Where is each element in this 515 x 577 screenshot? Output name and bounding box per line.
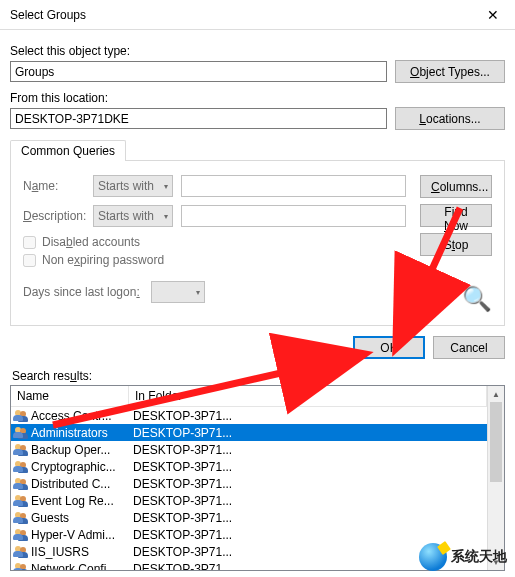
tab-common-queries[interactable]: Common Queries xyxy=(10,140,126,161)
row-folder: DESKTOP-3P71... xyxy=(131,426,487,440)
object-type-label: Select this object type: xyxy=(10,44,505,58)
close-button[interactable]: ✕ xyxy=(470,0,515,30)
non-expiring-box[interactable] xyxy=(23,254,36,267)
row-folder: DESKTOP-3P71... xyxy=(131,562,487,571)
table-row[interactable]: AdministratorsDESKTOP-3P71... xyxy=(11,424,487,441)
scroll-down-icon[interactable]: ▼ xyxy=(488,554,504,570)
results-listview[interactable]: Name In Folder Access Contr...DESKTOP-3P… xyxy=(10,385,505,571)
location-label: From this location: xyxy=(10,91,505,105)
group-icon xyxy=(13,545,29,559)
object-type-field[interactable] xyxy=(10,61,387,82)
stop-button[interactable]: Stop xyxy=(420,233,492,256)
locations-button[interactable]: Locations... xyxy=(395,107,505,130)
row-folder: DESKTOP-3P71... xyxy=(131,545,487,559)
scroll-up-icon[interactable]: ▲ xyxy=(488,386,504,402)
row-folder: DESKTOP-3P71... xyxy=(131,511,487,525)
row-folder: DESKTOP-3P71... xyxy=(131,460,487,474)
results-header[interactable]: Name In Folder xyxy=(11,386,487,407)
find-now-button[interactable]: Find Now xyxy=(420,204,492,227)
row-folder: DESKTOP-3P71... xyxy=(131,477,487,491)
results-scrollbar[interactable]: ▲ ▼ xyxy=(487,386,504,570)
scroll-thumb[interactable] xyxy=(490,402,502,482)
row-folder: DESKTOP-3P71... xyxy=(131,409,487,423)
chevron-down-icon: ▾ xyxy=(196,288,200,297)
disabled-accounts-box[interactable] xyxy=(23,236,36,249)
table-row[interactable]: Hyper-V Admi...DESKTOP-3P71... xyxy=(11,526,487,543)
columns-button[interactable]: Columns... xyxy=(420,175,492,198)
row-folder: DESKTOP-3P71... xyxy=(131,494,487,508)
titlebar: Select Groups ✕ xyxy=(0,0,515,30)
chevron-down-icon: ▾ xyxy=(164,212,168,221)
row-name: Event Log Re... xyxy=(31,494,131,508)
table-row[interactable]: Cryptographic...DESKTOP-3P71... xyxy=(11,458,487,475)
group-icon xyxy=(13,443,29,457)
search-icon: 🔍 xyxy=(462,287,492,311)
table-row[interactable]: Event Log Re...DESKTOP-3P71... xyxy=(11,492,487,509)
group-icon xyxy=(13,426,29,440)
chevron-down-icon: ▾ xyxy=(164,182,168,191)
row-name: Distributed C... xyxy=(31,477,131,491)
group-icon xyxy=(13,494,29,508)
dialog-content: Select this object type: OObject Types..… xyxy=(0,30,515,571)
group-icon xyxy=(13,511,29,525)
ok-button[interactable]: OK xyxy=(353,336,425,359)
group-icon xyxy=(13,460,29,474)
row-folder: DESKTOP-3P71... xyxy=(131,443,487,457)
row-name: Access Contr... xyxy=(31,409,131,423)
row-name: Guests xyxy=(31,511,131,525)
row-name: Hyper-V Admi... xyxy=(31,528,131,542)
name-label: Name: xyxy=(23,179,85,193)
object-types-button[interactable]: OObject Types...bject Types... xyxy=(395,60,505,83)
cancel-button[interactable]: Cancel xyxy=(433,336,505,359)
description-match-combo[interactable]: Starts with▾ xyxy=(93,205,173,227)
table-row[interactable]: IIS_IUSRSDESKTOP-3P71... xyxy=(11,543,487,560)
description-label: Description: xyxy=(23,209,85,223)
non-expiring-checkbox[interactable]: Non expiring password xyxy=(23,253,406,267)
name-input[interactable] xyxy=(181,175,406,197)
table-row[interactable]: GuestsDESKTOP-3P71... xyxy=(11,509,487,526)
row-name: Administrators xyxy=(31,426,131,440)
row-folder: DESKTOP-3P71... xyxy=(131,528,487,542)
window-title: Select Groups xyxy=(10,8,86,22)
row-name: Network Confi... xyxy=(31,562,131,571)
group-icon xyxy=(13,528,29,542)
table-row[interactable]: Backup Oper...DESKTOP-3P71... xyxy=(11,441,487,458)
column-folder[interactable]: In Folder xyxy=(129,386,487,406)
days-combo[interactable]: ▾ xyxy=(151,281,205,303)
days-label: Days since last logon: xyxy=(23,285,143,299)
column-name[interactable]: Name xyxy=(11,386,129,406)
description-input[interactable] xyxy=(181,205,406,227)
results-label: Search results: xyxy=(12,369,505,383)
location-field[interactable] xyxy=(10,108,387,129)
row-name: Backup Oper... xyxy=(31,443,131,457)
disabled-accounts-checkbox[interactable]: Disabled accounts xyxy=(23,235,406,249)
row-name: Cryptographic... xyxy=(31,460,131,474)
table-row[interactable]: Access Contr...DESKTOP-3P71... xyxy=(11,407,487,424)
common-queries-panel: Name: Starts with▾ Description: Starts w… xyxy=(10,160,505,326)
tab-strip: Common Queries xyxy=(10,138,505,160)
name-match-combo[interactable]: Starts with▾ xyxy=(93,175,173,197)
group-icon xyxy=(13,477,29,491)
table-row[interactable]: Network Confi...DESKTOP-3P71... xyxy=(11,560,487,570)
group-icon xyxy=(13,562,29,571)
group-icon xyxy=(13,409,29,423)
table-row[interactable]: Distributed C...DESKTOP-3P71... xyxy=(11,475,487,492)
row-name: IIS_IUSRS xyxy=(31,545,131,559)
